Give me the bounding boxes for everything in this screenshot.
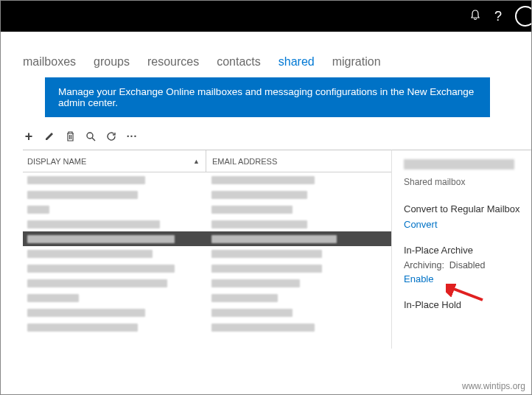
svg-point-0 [87, 133, 93, 139]
bell-icon[interactable] [469, 9, 481, 24]
tab-migration[interactable]: migration [332, 55, 381, 69]
hold-section-title: In-Place Hold [404, 299, 524, 310]
table-row[interactable] [23, 217, 391, 231]
table-row[interactable] [23, 305, 391, 320]
archive-status: Archiving: Disabled [404, 260, 524, 270]
more-button[interactable]: ··· [126, 130, 138, 142]
add-button[interactable]: + [23, 130, 35, 142]
eac-banner[interactable]: Manage your Exchange Online mailboxes an… [45, 77, 490, 117]
enable-archive-link[interactable]: Enable [404, 273, 433, 284]
table-row[interactable] [23, 246, 391, 261]
tab-mailboxes[interactable]: mailboxes [23, 55, 76, 69]
banner-text: Manage your Exchange Online mailboxes an… [58, 86, 477, 108]
grid-header: DISPLAY NAME ▲ EMAIL ADDRESS [23, 150, 391, 172]
grid-body[interactable] [23, 172, 391, 349]
sort-ascending-icon: ▲ [193, 158, 200, 165]
mailbox-grid: DISPLAY NAME ▲ EMAIL ADDRESS [23, 150, 391, 349]
table-row[interactable] [23, 187, 391, 202]
column-email-address[interactable]: EMAIL ADDRESS [206, 150, 391, 172]
refresh-button[interactable] [105, 130, 117, 142]
selected-mailbox-name [404, 159, 514, 169]
mailbox-type-label: Shared mailbox [404, 177, 524, 187]
toolbar: + ··· [1, 117, 531, 150]
table-row[interactable] [23, 202, 391, 217]
table-row[interactable] [23, 320, 391, 335]
recipients-tabs: mailboxes groups resources contacts shar… [1, 32, 531, 77]
convert-link[interactable]: Convert [404, 219, 438, 230]
details-pane: Shared mailbox Convert to Regular Mailbo… [391, 150, 531, 349]
table-row[interactable] [23, 261, 391, 276]
archive-section-title: In-Place Archive [404, 245, 524, 256]
convert-section-title: Convert to Regular Mailbox [404, 203, 524, 214]
table-row[interactable] [23, 172, 391, 187]
banner-action[interactable] [515, 77, 524, 108]
avatar[interactable] [515, 6, 532, 27]
table-row[interactable] [23, 290, 391, 305]
delete-button[interactable] [64, 130, 76, 142]
search-button[interactable] [85, 130, 97, 142]
help-icon[interactable]: ? [494, 9, 502, 24]
watermark: www.wintips.org [462, 381, 525, 391]
table-row[interactable] [23, 276, 391, 290]
tab-shared[interactable]: shared [279, 55, 315, 69]
edit-button[interactable] [43, 130, 55, 142]
tab-groups[interactable]: groups [94, 55, 130, 69]
tab-contacts[interactable]: contacts [217, 55, 261, 69]
table-row[interactable] [23, 231, 391, 246]
tab-resources[interactable]: resources [147, 55, 199, 69]
column-display-name[interactable]: DISPLAY NAME ▲ [23, 157, 206, 166]
top-bar: ? [1, 1, 531, 32]
